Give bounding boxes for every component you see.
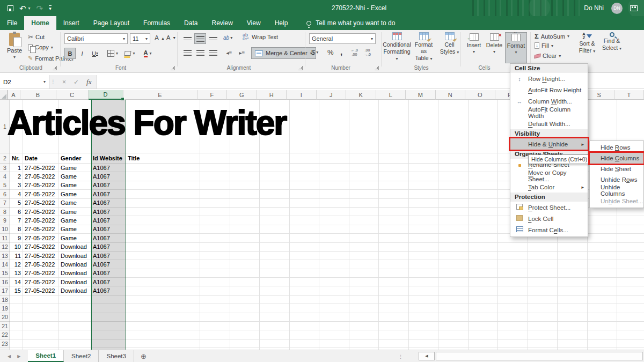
cell-O18[interactable] (469, 295, 499, 304)
cell-F2[interactable] (200, 153, 230, 164)
tab-insert[interactable]: Insert (56, 16, 86, 30)
cell-O23[interactable] (469, 339, 499, 348)
cell-I10[interactable] (290, 225, 320, 234)
cell-S10[interactable] (588, 225, 618, 234)
cell-K10[interactable] (349, 225, 379, 234)
cell-A4[interactable]: 2 (10, 172, 23, 181)
cell-A15[interactable]: 13 (10, 269, 23, 278)
cell-L2[interactable] (379, 153, 409, 164)
align-left-button[interactable] (181, 47, 193, 58)
decrease-indent-button[interactable]: ◂≡ (223, 47, 235, 58)
cell-C3[interactable]: Game (59, 164, 91, 172)
cell-R14[interactable] (558, 260, 588, 269)
cell-T19[interactable] (617, 304, 644, 313)
cell-M21[interactable] (409, 322, 439, 330)
cell-R17[interactable] (558, 286, 588, 295)
format-as-table-button[interactable]: Format asTable ▾ (411, 32, 436, 63)
font-dialog-launcher-icon[interactable] (171, 66, 175, 70)
cell-J4[interactable] (319, 172, 349, 181)
sheet-tab-sheet3[interactable]: Sheet3 (99, 350, 134, 362)
cell-T9[interactable] (617, 216, 644, 225)
cell-I17[interactable] (290, 286, 320, 295)
row-header-9[interactable]: 9 (0, 216, 10, 225)
cell-L1[interactable] (379, 100, 409, 153)
cell-B3[interactable]: 27-05-2022 (23, 164, 59, 172)
cell-A21[interactable] (10, 322, 23, 330)
cell-I20[interactable] (290, 313, 320, 322)
cell-G2[interactable] (230, 153, 260, 164)
cell-G5[interactable] (230, 181, 260, 190)
cell-C20[interactable] (59, 313, 91, 322)
cell-T17[interactable] (617, 286, 644, 295)
cell-A9[interactable]: 7 (10, 216, 23, 225)
cell-H19[interactable] (260, 304, 290, 313)
cell-Q12[interactable] (528, 243, 558, 252)
cell-R15[interactable] (558, 269, 588, 278)
prev-sheet-icon[interactable]: ◀ (8, 354, 11, 359)
cell-C2[interactable]: Gender (59, 153, 91, 164)
cell-S11[interactable] (588, 234, 618, 242)
top-align-button[interactable] (181, 33, 193, 44)
column-header-O[interactable]: O (465, 90, 495, 100)
cell-O19[interactable] (469, 304, 499, 313)
cell-J19[interactable] (319, 304, 349, 313)
cell-K19[interactable] (349, 304, 379, 313)
cell-S12[interactable] (588, 243, 618, 252)
cell-N20[interactable] (438, 313, 469, 322)
cell-P16[interactable] (498, 278, 528, 286)
cell-H22[interactable] (260, 330, 290, 339)
cell-O22[interactable] (469, 330, 499, 339)
cell-A5[interactable]: 3 (10, 181, 23, 190)
column-header-A[interactable]: A (8, 90, 20, 100)
cell-B16[interactable]: 27-05-2022 (23, 278, 59, 286)
cell-Q19[interactable] (528, 304, 558, 313)
cell-L18[interactable] (379, 295, 409, 304)
cut-button[interactable]: ✂ Cut (28, 33, 45, 41)
cell-Q20[interactable] (528, 313, 558, 322)
cell-K15[interactable] (349, 269, 379, 278)
cell-N15[interactable] (438, 269, 469, 278)
cell-G8[interactable] (230, 208, 260, 216)
cell-R20[interactable] (558, 313, 588, 322)
row-header-11[interactable]: 11 (0, 234, 10, 242)
cell-O3[interactable] (469, 164, 499, 172)
cell-T13[interactable] (617, 252, 644, 260)
column-header-D[interactable]: D (89, 90, 123, 100)
cell-C15[interactable]: Download (59, 269, 91, 278)
cell-L4[interactable] (379, 172, 409, 181)
cell-J10[interactable] (319, 225, 349, 234)
cell-A22[interactable] (10, 330, 23, 339)
cell-K5[interactable] (349, 181, 379, 190)
row-header-23[interactable]: 23 (0, 339, 10, 348)
cell-B4[interactable]: 27-05-2022 (23, 172, 59, 181)
cell-L15[interactable] (379, 269, 409, 278)
cell-H2[interactable] (260, 153, 290, 164)
cell-C18[interactable] (59, 295, 91, 304)
cell-O2[interactable] (469, 153, 499, 164)
cell-C12[interactable]: Download (59, 243, 91, 252)
column-header-F[interactable]: F (197, 90, 228, 100)
cell-N7[interactable] (438, 199, 469, 208)
cell-T16[interactable] (617, 278, 644, 286)
cell-A3[interactable]: 1 (10, 164, 23, 172)
cell-P13[interactable] (498, 252, 528, 260)
sheet-tab-sheet2[interactable]: Sheet2 (64, 350, 99, 362)
cell-B8[interactable]: 27-05-2022 (23, 208, 59, 216)
cell-O4[interactable] (469, 172, 499, 181)
cell-M22[interactable] (409, 330, 439, 339)
column-header-G[interactable]: G (227, 90, 257, 100)
delete-cells-button[interactable]: × Delete ▾ (484, 32, 504, 63)
row-header-5[interactable]: 5 (0, 181, 10, 190)
cell-B5[interactable]: 27-05-2022 (23, 181, 59, 190)
cell-H14[interactable] (260, 260, 290, 269)
cell-L10[interactable] (379, 225, 409, 234)
cell-C17[interactable]: Download (59, 286, 91, 295)
row-header-17[interactable]: 17 (0, 286, 10, 295)
cell-L13[interactable] (379, 252, 409, 260)
cell-L22[interactable] (379, 330, 409, 339)
row-header-6[interactable]: 6 (0, 190, 10, 198)
name-box-dropdown-icon[interactable]: ▾ (43, 79, 46, 84)
cell-F6[interactable] (200, 190, 230, 198)
cell-M7[interactable] (409, 199, 439, 208)
cell-F4[interactable] (200, 172, 230, 181)
